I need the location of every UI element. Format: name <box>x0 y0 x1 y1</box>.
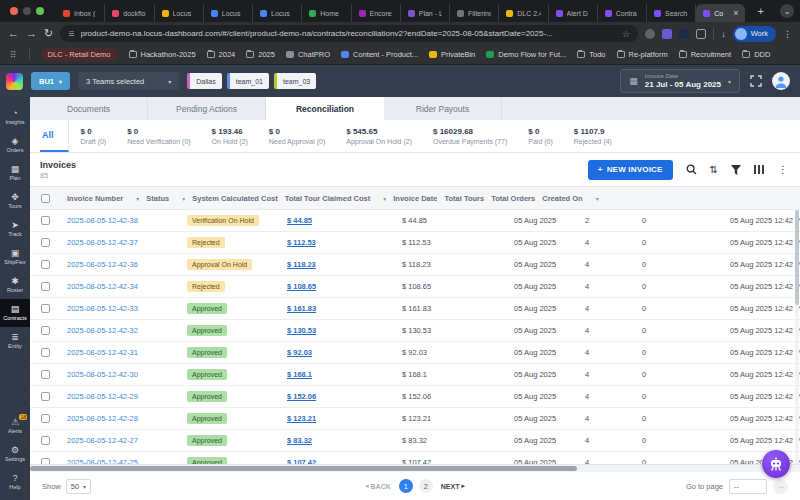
column-header[interactable]: Status ▾ <box>139 194 185 203</box>
horizontal-scrollbar[interactable] <box>30 464 800 472</box>
sidebar-item[interactable]: ≣ Entity <box>0 327 30 355</box>
reload-icon[interactable]: ↻ <box>44 28 53 39</box>
downloads-icon[interactable]: ↓ <box>721 29 726 39</box>
invoice-number-link[interactable]: 2025-08-05-12-42-34 <box>67 282 138 291</box>
row-checkbox[interactable] <box>41 326 50 335</box>
team-chip[interactable]: Dallas <box>187 73 221 89</box>
invoice-number-link[interactable]: 2025-08-05-12-42-28 <box>67 414 138 423</box>
page-tab[interactable]: Rider Payouts <box>384 97 502 120</box>
browser-tab[interactable]: Filtering × <box>450 4 499 22</box>
bookmark-item[interactable]: Hackathon-2025 <box>129 50 196 59</box>
page-tab[interactable]: Pending Actions <box>148 97 266 120</box>
system-cost-link[interactable]: $ 44.85 <box>287 216 312 225</box>
browser-tab[interactable]: Plan - L × <box>401 4 450 22</box>
sidebar-item[interactable]: ▣ ShipFlex <box>0 243 30 271</box>
sidebar-item[interactable]: ◈ Orders <box>0 131 30 159</box>
browser-tab[interactable]: DLC 2.4 × <box>499 4 548 22</box>
system-cost-link[interactable]: $ 108.65 <box>287 282 316 291</box>
teams-dropdown[interactable]: 3 Teams selected ▾ <box>78 72 179 90</box>
system-cost-link[interactable]: $ 161.83 <box>287 304 316 313</box>
close-window-button[interactable] <box>10 7 18 15</box>
filter-icon[interactable] <box>731 165 741 175</box>
summary-item[interactable]: $ 16029.68 Overdue Payments (77) <box>433 127 507 145</box>
table-row[interactable]: 2025-08-05-12-42-32 Approved $ 130.53 $ … <box>30 320 800 342</box>
browser-tab[interactable]: Locus × <box>155 4 204 22</box>
column-header[interactable]: Invoice Date ▾ <box>386 194 437 203</box>
column-header[interactable]: Total Tours ▾ <box>437 194 484 203</box>
table-row[interactable]: 2025-08-05-12-42-38 Verification On Hold… <box>30 210 800 232</box>
browser-tab[interactable]: Search × <box>647 4 696 22</box>
sidebar-item[interactable]: ? Help <box>0 468 30 496</box>
row-checkbox[interactable] <box>41 216 50 225</box>
bookmark-item[interactable]: ChatPRO <box>286 50 330 59</box>
user-avatar[interactable] <box>772 72 790 90</box>
column-header[interactable]: Total Orders ▾ <box>484 194 535 203</box>
tab-close-icon[interactable]: × <box>733 10 738 17</box>
locus-logo-icon[interactable] <box>6 73 23 90</box>
extensions-puzzle-icon[interactable] <box>696 29 706 39</box>
bookmark-item[interactable]: Demo Flow for Fut... <box>486 50 566 59</box>
goto-page-button[interactable]: → <box>773 479 788 494</box>
column-header[interactable]: System Calculated Cost ▾ <box>185 194 277 203</box>
chat-assistant-button[interactable] <box>762 450 790 478</box>
new-tab-button[interactable]: + <box>750 5 772 17</box>
browser-tab[interactable]: Locus × <box>204 4 253 22</box>
system-cost-link[interactable]: $ 107.42 <box>287 458 316 464</box>
sidebar-item[interactable]: ⚙ Settings <box>0 440 30 468</box>
bookmark-star-icon[interactable]: ☆ <box>622 29 630 39</box>
invoice-number-link[interactable]: 2025-08-05-12-42-31 <box>67 348 138 357</box>
sort-icon[interactable]: ⇅ <box>710 164 718 175</box>
extension-icon[interactable] <box>662 29 672 39</box>
table-row[interactable]: 2025-08-05-12-42-34 Rejected $ 108.65 $ … <box>30 276 800 298</box>
table-row[interactable]: 2025-08-05-12-42-37 Rejected $ 112.53 $ … <box>30 232 800 254</box>
bookmark-item[interactable]: Content - Product... <box>341 50 418 59</box>
row-checkbox[interactable] <box>41 304 50 313</box>
more-options-icon[interactable]: ⋮ <box>778 164 788 175</box>
sidebar-item[interactable]: ⚠ Alerts 18 <box>0 412 30 440</box>
sidebar-item[interactable]: ✱ Roster <box>0 271 30 299</box>
sidebar-item[interactable]: ✥ Tours <box>0 187 30 215</box>
browser-tab[interactable]: Co × <box>696 4 745 22</box>
sidebar-item[interactable]: ◔ Insights <box>0 103 30 131</box>
page-tab[interactable]: Documents <box>30 97 148 120</box>
back-icon[interactable]: ← <box>8 28 19 39</box>
system-cost-link[interactable]: $ 168.1 <box>287 370 312 379</box>
summary-item[interactable]: $ 0 Paid (0) <box>528 127 553 145</box>
summary-item[interactable]: $ 0 Draft (0) <box>81 127 107 145</box>
row-checkbox[interactable] <box>41 436 50 445</box>
table-row[interactable]: 2025-08-05-12-42-27 Approved $ 83.32 $ 8… <box>30 430 800 452</box>
row-checkbox[interactable] <box>41 414 50 423</box>
column-header[interactable]: Total Tour Claimed Cost ▾ <box>278 194 387 203</box>
system-cost-link[interactable]: $ 118.23 <box>287 260 316 269</box>
summary-item[interactable]: $ 1107.9 Rejected (4) <box>574 127 612 145</box>
browser-tab[interactable]: dockflo × <box>105 4 154 22</box>
summary-item[interactable]: $ 0 Need Approval (0) <box>269 127 325 145</box>
invoice-number-link[interactable]: 2025-08-05-12-42-30 <box>67 370 138 379</box>
site-settings-icon[interactable]: ☰ <box>68 30 74 38</box>
summary-tab-all[interactable]: All <box>40 120 69 152</box>
business-unit-dropdown[interactable]: BU1 ▾ <box>31 72 70 90</box>
sidebar-item[interactable]: ➤ Track <box>0 215 30 243</box>
table-row[interactable]: 2025-08-05-12-42-30 Approved $ 168.1 $ 1… <box>30 364 800 386</box>
table-row[interactable]: 2025-08-05-12-42-36 Approval On Hold $ 1… <box>30 254 800 276</box>
page-tab[interactable]: Reconciliation <box>266 97 384 120</box>
system-cost-link[interactable]: $ 112.53 <box>287 238 316 247</box>
bookmark-item[interactable]: Re-platform <box>617 50 668 59</box>
tab-search-icon[interactable]: ⌄ <box>780 4 794 18</box>
fullscreen-icon[interactable] <box>750 75 762 87</box>
browser-profile-chip[interactable]: Work <box>733 26 776 42</box>
page-size-select[interactable]: 50 ▾ <box>66 479 91 494</box>
system-cost-link[interactable]: $ 130.53 <box>287 326 316 335</box>
forward-icon[interactable]: → <box>26 28 37 39</box>
system-cost-link[interactable]: $ 123.21 <box>287 414 316 423</box>
summary-item[interactable]: $ 0 Need Verification (0) <box>127 127 190 145</box>
team-chip[interactable]: team_01 <box>227 73 269 89</box>
team-chip[interactable]: team_03 <box>274 73 316 89</box>
row-checkbox[interactable] <box>41 260 50 269</box>
row-checkbox[interactable] <box>41 392 50 401</box>
search-icon[interactable] <box>686 164 697 175</box>
table-row[interactable]: 2025-08-05-12-42-29 Approved $ 152.06 $ … <box>30 386 800 408</box>
back-page-button[interactable]: ◂ BACK <box>365 482 391 490</box>
invoice-number-link[interactable]: 2025-08-05-12-42-37 <box>67 238 138 247</box>
next-page-button[interactable]: NEXT ▸ <box>441 482 465 490</box>
